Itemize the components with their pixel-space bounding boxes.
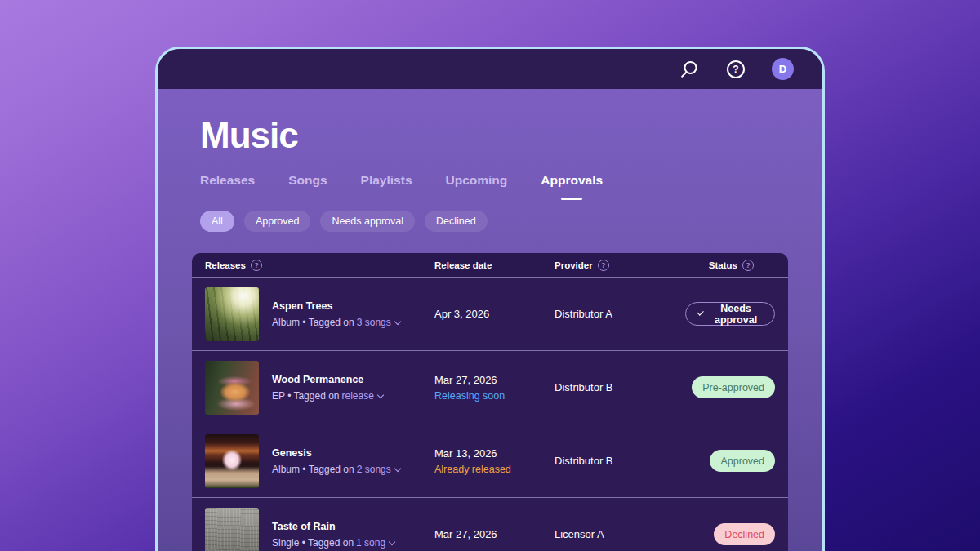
- tab-releases[interactable]: Releases: [200, 173, 255, 200]
- tagged-song-link[interactable]: 1 song: [356, 537, 394, 549]
- tab-upcoming[interactable]: Upcoming: [446, 173, 508, 200]
- release-subtitle-prefix: Single • Tagged on: [272, 537, 354, 549]
- filter-chip-approved[interactable]: Approved: [244, 211, 311, 232]
- tagged-songs-link[interactable]: 2 songs: [357, 464, 400, 475]
- column-header-status: Status ?: [685, 260, 775, 271]
- release-subtitle: Album • Tagged on3 songs: [272, 317, 400, 328]
- release-cell: Taste of Rain Single • Tagged on1 song: [205, 508, 434, 551]
- album-art: [205, 434, 259, 488]
- filter-chip-bar: All Approved Needs approval Declined: [200, 211, 780, 232]
- page-title: Music: [200, 115, 780, 156]
- tagged-release-link[interactable]: release: [342, 390, 383, 402]
- chevron-down-icon: [697, 309, 704, 316]
- search-icon-glyph: [679, 60, 699, 79]
- top-bar: ? D: [158, 49, 822, 89]
- provider-cell: Distributor A: [555, 308, 685, 320]
- column-header-release-date-label: Release date: [434, 260, 492, 270]
- tab-bar: Releases Songs Playlists Upcoming Approv…: [200, 173, 780, 200]
- needs-approval-button-label: Needs approval: [710, 303, 762, 326]
- release-date: Apr 3, 2026: [434, 308, 555, 320]
- status-cell: Pre-approved: [685, 376, 775, 398]
- help-icon-glyph: ?: [727, 60, 745, 78]
- release-cell: Wood Permanence EP • Tagged onrelease: [205, 361, 434, 415]
- album-art: [205, 508, 259, 551]
- release-cell: Genesis Album • Tagged on2 songs: [205, 434, 434, 488]
- column-header-releases: Releases ?: [205, 260, 434, 271]
- status-badge: Declined: [714, 523, 775, 545]
- filter-chip-all[interactable]: All: [200, 211, 234, 232]
- column-header-status-label: Status: [709, 260, 737, 270]
- release-date-cell: Mar 27, 2026: [434, 528, 555, 540]
- provider-cell: Licensor A: [555, 528, 685, 540]
- status-badge: Approved: [710, 450, 775, 472]
- release-title: Aspen Trees: [272, 300, 400, 312]
- release-date: Mar 27, 2026: [434, 374, 555, 386]
- tab-playlists[interactable]: Playlists: [361, 173, 412, 200]
- release-date-note: Already released: [434, 464, 555, 475]
- column-header-provider-label: Provider: [555, 260, 593, 270]
- release-info: Aspen Trees Album • Tagged on3 songs: [272, 300, 400, 328]
- help-icon[interactable]: ?: [725, 59, 746, 80]
- filter-chip-needs-approval[interactable]: Needs approval: [320, 211, 415, 232]
- release-subtitle-prefix: Album • Tagged on: [272, 464, 354, 475]
- release-date-cell: Mar 27, 2026 Releasing soon: [434, 374, 555, 402]
- release-date: Mar 13, 2026: [434, 447, 555, 460]
- table-row: Aspen Trees Album • Tagged on3 songs Apr…: [192, 277, 788, 350]
- release-subtitle: Single • Tagged on1 song: [272, 537, 394, 549]
- chevron-down-icon: [394, 464, 401, 471]
- needs-approval-button[interactable]: Needs approval: [685, 302, 775, 326]
- release-date-cell: Apr 3, 2026: [434, 308, 555, 320]
- status-help-icon[interactable]: ?: [742, 260, 754, 271]
- app-window: ? D Music Releases Songs Playlists Upcom…: [155, 47, 825, 551]
- status-cell: Approved: [685, 450, 775, 472]
- chevron-down-icon: [377, 391, 384, 398]
- provider-cell: Distributor B: [555, 455, 685, 467]
- chevron-down-icon: [394, 318, 401, 324]
- release-title: Wood Permanence: [272, 374, 383, 385]
- release-info: Taste of Rain Single • Tagged on1 song: [272, 521, 394, 549]
- status-cell: Declined: [685, 523, 775, 545]
- release-subtitle-prefix: Album • Tagged on: [272, 317, 354, 328]
- chevron-down-icon: [389, 538, 395, 544]
- table-header: Releases ? Release date Provider ? Statu…: [192, 253, 788, 277]
- releases-help-icon[interactable]: ?: [251, 260, 262, 271]
- provider-help-icon[interactable]: ?: [598, 260, 609, 271]
- release-subtitle: Album • Tagged on2 songs: [272, 464, 400, 475]
- column-header-provider: Provider ?: [555, 260, 685, 271]
- provider-cell: Distributor B: [555, 381, 685, 393]
- avatar[interactable]: D: [772, 58, 794, 80]
- release-info: Genesis Album • Tagged on2 songs: [272, 447, 400, 475]
- release-title: Genesis: [272, 447, 400, 459]
- table-row: Genesis Album • Tagged on2 songs Mar 13,…: [192, 424, 788, 497]
- album-art: [205, 361, 259, 415]
- release-info: Wood Permanence EP • Tagged onrelease: [272, 374, 383, 402]
- approvals-table: Releases ? Release date Provider ? Statu…: [192, 253, 788, 551]
- filter-chip-declined[interactable]: Declined: [425, 211, 488, 232]
- table-row: Taste of Rain Single • Tagged on1 song M…: [192, 497, 788, 551]
- release-title: Taste of Rain: [272, 521, 394, 532]
- status-cell: Needs approval: [685, 302, 775, 326]
- page-header: Music Releases Songs Playlists Upcoming …: [158, 115, 822, 232]
- release-date: Mar 27, 2026: [434, 528, 555, 540]
- tagged-songs-link[interactable]: 3 songs: [357, 317, 400, 328]
- tab-songs[interactable]: Songs: [288, 173, 327, 200]
- release-date-note: Releasing soon: [434, 390, 555, 402]
- search-icon[interactable]: [679, 59, 700, 80]
- release-subtitle: EP • Tagged onrelease: [272, 390, 383, 402]
- tab-approvals[interactable]: Approvals: [541, 173, 603, 200]
- column-header-releases-label: Releases: [205, 260, 246, 270]
- release-cell: Aspen Trees Album • Tagged on3 songs: [205, 287, 434, 341]
- album-art: [205, 287, 259, 341]
- release-date-cell: Mar 13, 2026 Already released: [434, 447, 555, 475]
- release-subtitle-prefix: EP • Tagged on: [272, 390, 340, 402]
- status-badge: Pre-approved: [692, 376, 775, 398]
- column-header-release-date: Release date: [434, 260, 555, 270]
- table-row: Wood Permanence EP • Tagged onrelease Ma…: [192, 350, 788, 424]
- desktop-background: { "topbar": { "avatar_initial": "D", "he…: [0, 0, 980, 551]
